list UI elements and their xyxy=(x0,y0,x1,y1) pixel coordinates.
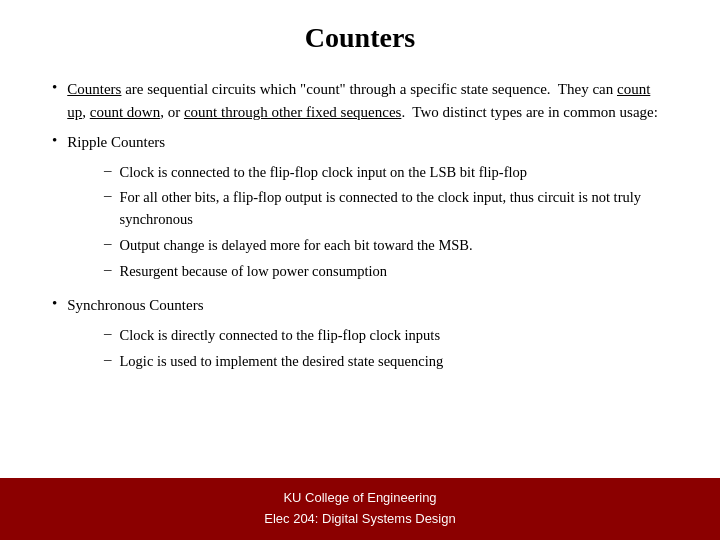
ripple-sub-text-3: Output change is delayed more for each b… xyxy=(120,235,473,257)
bullet-sync: • Synchronous Counters xyxy=(52,294,668,317)
dash-6: – xyxy=(104,351,112,368)
bullet-dot-sync: • xyxy=(52,295,57,312)
bullet-text-intro: Counters are sequential circuits which "… xyxy=(67,78,668,123)
bullet-dot-ripple: • xyxy=(52,132,57,149)
footer-line1: KU College of Engineering xyxy=(0,488,720,509)
slide-content: • Counters are sequential circuits which… xyxy=(0,70,720,478)
ripple-sub-4: – Resurgent because of low power consump… xyxy=(104,261,668,283)
bullet-ripple: • Ripple Counters xyxy=(52,131,668,154)
ripple-sub-1: – Clock is connected to the flip-flop cl… xyxy=(104,162,668,184)
bullet-intro: • Counters are sequential circuits which… xyxy=(52,78,668,123)
dash-3: – xyxy=(104,235,112,252)
sync-sub-bullets: – Clock is directly connected to the fli… xyxy=(104,325,668,377)
slide-container: Counters • Counters are sequential circu… xyxy=(0,0,720,540)
sync-sub-2: – Logic is used to implement the desired… xyxy=(104,351,668,373)
dash-4: – xyxy=(104,261,112,278)
ripple-sub-3: – Output change is delayed more for each… xyxy=(104,235,668,257)
sync-sub-1: – Clock is directly connected to the fli… xyxy=(104,325,668,347)
dash-2: – xyxy=(104,187,112,204)
bullet-dot-intro: • xyxy=(52,79,57,96)
footer-line2: Elec 204: Digital Systems Design xyxy=(0,509,720,530)
ripple-sub-bullets: – Clock is connected to the flip-flop cl… xyxy=(104,162,668,287)
slide-footer: KU College of Engineering Elec 204: Digi… xyxy=(0,478,720,540)
ripple-sub-2: – For all other bits, a flip-flop output… xyxy=(104,187,668,231)
sync-sub-text-1: Clock is directly connected to the flip-… xyxy=(120,325,441,347)
bullet-label-sync: Synchronous Counters xyxy=(67,294,203,317)
sync-sub-text-2: Logic is used to implement the desired s… xyxy=(120,351,444,373)
ripple-sub-text-4: Resurgent because of low power consumpti… xyxy=(120,261,388,283)
slide-title: Counters xyxy=(0,0,720,70)
count-other-underline: count through other fixed sequences xyxy=(184,104,401,120)
count-down-underline: count down xyxy=(90,104,160,120)
dash-5: – xyxy=(104,325,112,342)
bullet-label-ripple: Ripple Counters xyxy=(67,131,165,154)
dash-1: – xyxy=(104,162,112,179)
ripple-sub-text-2: For all other bits, a flip-flop output i… xyxy=(120,187,669,231)
counters-underline: Counters xyxy=(67,81,121,97)
ripple-sub-text-1: Clock is connected to the flip-flop cloc… xyxy=(120,162,528,184)
